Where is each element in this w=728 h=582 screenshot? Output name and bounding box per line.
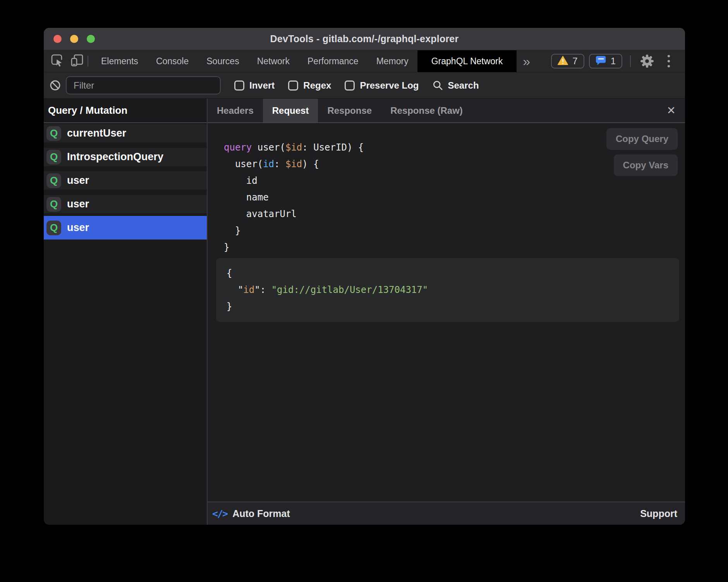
auto-format-button[interactable]: </> Auto Format [212, 508, 290, 519]
warnings-count: 7 [572, 56, 577, 67]
filter-toolbar: Invert Regex Preserve Log Search [44, 72, 685, 99]
preserve-log-label: Preserve Log [360, 80, 419, 91]
tool-icons [44, 50, 84, 72]
code-line: { [227, 265, 671, 282]
query-name: user [67, 175, 89, 187]
code-line: } [227, 298, 671, 315]
main-split: Query / Mutation Q currentUser Q Introsp… [44, 99, 685, 525]
regex-checkbox-group[interactable]: Regex [288, 80, 331, 91]
close-detail-icon[interactable]: ✕ [667, 105, 676, 116]
regex-label: Regex [303, 80, 331, 91]
kebab-menu-icon[interactable] [660, 53, 677, 70]
titlebar: DevTools - gitlab.com/-/graphql-explorer [44, 28, 685, 50]
variables-section: { "id": "gid://gitlab/User/13704317" } [216, 258, 685, 322]
warnings-badge[interactable]: 7 [551, 54, 584, 68]
tab-request[interactable]: Request [263, 99, 318, 122]
query-type-badge: Q [46, 150, 61, 164]
code-line: "id": "gid://gitlab/User/13704317" [227, 282, 671, 298]
request-detail-panel: Headers Request Response Response (Raw) … [208, 99, 685, 525]
code-brackets-icon: </> [212, 508, 227, 519]
detail-footer: </> Auto Format Support [208, 502, 685, 525]
close-window-button[interactable] [53, 35, 62, 43]
warning-icon [558, 56, 568, 67]
tab-response-raw[interactable]: Response (Raw) [381, 99, 472, 122]
copy-vars-button[interactable]: Copy Vars [614, 154, 678, 176]
copy-buttons: Copy Query Copy Vars [606, 128, 678, 176]
controls-separator [630, 55, 631, 67]
tab-response[interactable]: Response [318, 99, 381, 122]
query-list-panel: Query / Mutation Q currentUser Q Introsp… [44, 99, 207, 525]
tab-network[interactable]: Network [248, 50, 299, 72]
list-item-introspectionQuery[interactable]: Q IntrospectionQuery [44, 148, 207, 166]
query-name: user [67, 222, 89, 234]
tabbar-separator [88, 56, 88, 67]
code-line: avatarUrl [224, 206, 685, 223]
tab-console[interactable]: Console [147, 50, 197, 72]
query-type-badge: Q [46, 126, 61, 141]
screen: { "titlebar": { "title": "DevTools - git… [0, 0, 728, 582]
detail-tabbar: Headers Request Response Response (Raw) … [208, 99, 685, 123]
code-line: } [224, 223, 685, 239]
query-type-badge: Q [46, 173, 61, 188]
list-item-user-3-selected[interactable]: Q user [44, 216, 207, 240]
settings-gear-icon[interactable] [639, 53, 656, 70]
preserve-log-checkbox [345, 80, 355, 91]
tab-memory[interactable]: Memory [367, 50, 417, 72]
devtools-tabbar: Elements Console Sources Network Perform… [44, 50, 685, 72]
search-control[interactable]: Search [433, 80, 479, 91]
support-link[interactable]: Support [640, 508, 677, 519]
query-name: currentUser [67, 127, 126, 139]
invert-label: Invert [249, 80, 275, 91]
auto-format-label: Auto Format [232, 508, 290, 519]
query-type-badge: Q [46, 221, 61, 235]
more-tabs-chevron[interactable]: » [517, 50, 536, 72]
list-item-user-1[interactable]: Q user [44, 171, 207, 190]
window-title: DevTools - gitlab.com/-/graphql-explorer [270, 33, 459, 45]
block-filter-icon[interactable] [50, 80, 61, 91]
search-label: Search [448, 80, 479, 91]
search-icon [433, 80, 443, 91]
query-name: user [67, 198, 89, 210]
invert-checkbox [234, 80, 244, 91]
tab-elements[interactable]: Elements [92, 50, 147, 72]
device-toolbar-icon[interactable] [70, 54, 84, 68]
tab-sources[interactable]: Sources [197, 50, 248, 72]
zoom-window-button[interactable] [87, 35, 95, 43]
query-type-badge: Q [46, 197, 61, 212]
copy-query-button[interactable]: Copy Query [606, 128, 678, 150]
code-line: } [224, 239, 685, 256]
tab-headers[interactable]: Headers [208, 99, 263, 122]
traffic-lights [53, 28, 95, 50]
tabbar-right-controls: 7 1 [551, 50, 685, 72]
issues-count: 1 [611, 56, 616, 67]
message-bubble-icon [596, 55, 606, 67]
list-item-currentUser[interactable]: Q currentUser [44, 124, 207, 142]
list-item-user-2[interactable]: Q user [44, 195, 207, 213]
code-line: name [224, 189, 685, 206]
minimize-window-button[interactable] [70, 35, 78, 43]
request-content: Copy Query Copy Vars query user($id: Use… [208, 123, 685, 502]
query-list: Q currentUser Q IntrospectionQuery Q use… [44, 123, 207, 242]
tab-graphql-network[interactable]: GraphQL Network [417, 50, 517, 72]
query-variables-box: { "id": "gid://gitlab/User/13704317" } [216, 258, 679, 322]
regex-checkbox [288, 80, 298, 91]
query-list-header: Query / Mutation [44, 99, 207, 123]
tab-performance[interactable]: Performance [299, 50, 367, 72]
filter-input[interactable] [66, 76, 221, 94]
devtools-window: DevTools - gitlab.com/-/graphql-explorer… [44, 28, 685, 525]
query-name: IntrospectionQuery [67, 151, 163, 163]
preserve-log-checkbox-group[interactable]: Preserve Log [345, 80, 419, 91]
invert-checkbox-group[interactable]: Invert [234, 80, 275, 91]
inspect-element-icon[interactable] [51, 54, 64, 68]
issues-badge[interactable]: 1 [589, 54, 622, 68]
